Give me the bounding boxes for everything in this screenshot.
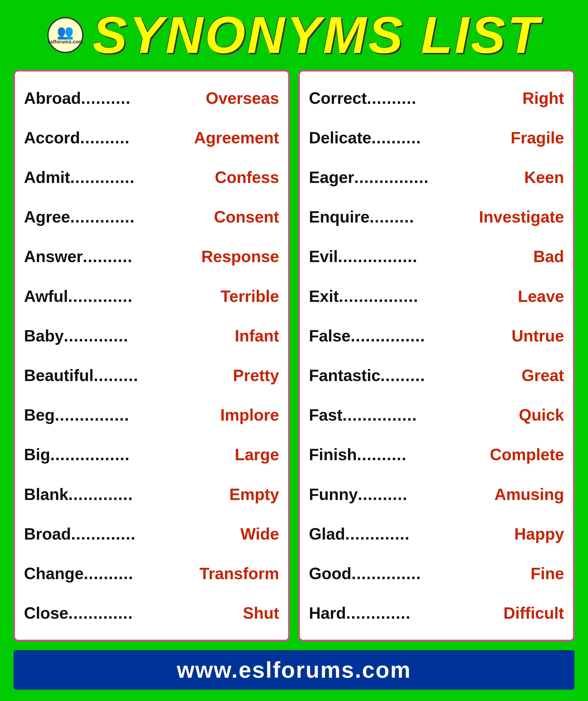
word: Close [24, 604, 68, 622]
list-item: Big ................ Large [24, 443, 279, 466]
list-item: Exit ................ Leave [309, 285, 564, 307]
word: Delicate [309, 129, 371, 147]
dots: .......... [84, 564, 199, 583]
logo-text: eslforums.com [47, 39, 83, 45]
dots: ............. [70, 208, 214, 226]
synonym: Untrue [512, 326, 564, 345]
word: Funny [309, 485, 358, 504]
synonym: Bad [533, 247, 564, 266]
list-item: Finish .......... Complete [309, 443, 564, 466]
list-item: Baby ............. Infant [24, 325, 279, 347]
logo: 👥 eslforums.com [47, 17, 83, 53]
dots: .......... [83, 247, 201, 266]
synonym: Happy [514, 525, 564, 543]
list-item: False ............... Untrue [309, 325, 564, 347]
dots: .......... [81, 89, 206, 107]
main-container: 👥 eslforums.com SYNONYMS LIST Abroad ...… [0, 0, 588, 701]
dots: ............. [68, 485, 229, 504]
synonym: Agreement [194, 129, 279, 147]
dots: .......... [357, 445, 490, 464]
word: Baby [24, 326, 64, 345]
word: Awful [24, 287, 68, 305]
synonym: Confess [215, 168, 279, 187]
word: Exit [309, 287, 339, 305]
dots: ............. [345, 525, 514, 543]
list-item: Delicate .......... Fragile [309, 127, 564, 149]
dots: ............... [342, 406, 519, 424]
word: Hard [309, 604, 346, 622]
list-item: Enquire ......... Investigate [309, 206, 564, 228]
list-item: Awful ............. Terrible [24, 285, 279, 307]
right-column: Correct .......... Right Delicate ......… [299, 70, 574, 641]
list-item: Good .............. Fine [309, 562, 564, 585]
list-item: Broad ............. Wide [24, 523, 279, 545]
list-item: Blank ............. Empty [24, 483, 279, 505]
word: Good [309, 564, 352, 583]
footer-text: www.eslforums.com [177, 657, 411, 682]
dots: ............. [70, 168, 215, 187]
synonym: Wide [240, 525, 279, 543]
synonym: Consent [214, 208, 279, 226]
list-item: Beautiful ......... Pretty [24, 364, 279, 387]
dots: ................ [338, 247, 533, 266]
word: Glad [309, 525, 345, 543]
word: Beg [24, 406, 55, 424]
list-item: Funny .......... Amusing [309, 483, 564, 505]
dots: ................ [50, 445, 235, 464]
word: Change [24, 564, 84, 583]
synonym: Implore [220, 406, 279, 424]
dots: ............. [346, 604, 504, 622]
synonym: Pretty [233, 366, 279, 385]
dots: .......... [358, 485, 495, 504]
dots: .......... [371, 129, 511, 147]
word: Beautiful [24, 366, 93, 385]
list-item: Fantastic ......... Great [309, 364, 564, 387]
synonym: Infant [235, 326, 279, 345]
synonym: Right [523, 89, 564, 107]
header: 👥 eslforums.com SYNONYMS LIST [14, 9, 574, 61]
word: Evil [309, 247, 338, 266]
dots: ......... [370, 208, 479, 226]
word: Agree [24, 208, 70, 226]
left-column: Abroad .......... Overseas Accord ......… [14, 70, 289, 641]
footer: www.eslforums.com [14, 650, 574, 690]
synonym: Difficult [504, 604, 564, 622]
dots: .............. [352, 564, 531, 583]
dots: ............... [354, 168, 524, 187]
synonym: Leave [518, 287, 564, 305]
word: False [309, 326, 351, 345]
synonym: Overseas [206, 89, 279, 107]
word: Eager [309, 168, 354, 187]
dots: ......... [380, 366, 522, 385]
list-item: Answer .......... Response [24, 245, 279, 267]
list-item: Accord .......... Agreement [24, 127, 279, 149]
word: Fantastic [309, 366, 380, 385]
synonym: Quick [519, 406, 564, 424]
dots: ................ [339, 287, 518, 305]
word: Correct [309, 89, 367, 107]
dots: ............... [351, 326, 512, 345]
list-item: Change .......... Transform [24, 562, 279, 585]
dots: ............. [71, 525, 240, 543]
list-item: Evil ................ Bad [309, 245, 564, 267]
word: Accord [24, 129, 80, 147]
word: Big [24, 445, 50, 464]
word: Enquire [309, 208, 370, 226]
list-item: Hard ............. Difficult [309, 602, 564, 624]
synonym: Amusing [495, 485, 564, 504]
list-item: Admit ............. Confess [24, 166, 279, 188]
dots: ............... [55, 406, 220, 424]
list-item: Eager ............... Keen [309, 166, 564, 188]
synonym: Complete [490, 445, 564, 464]
word: Admit [24, 168, 70, 187]
word: Blank [24, 485, 68, 504]
word: Broad [24, 525, 71, 543]
word: Answer [24, 247, 83, 266]
list-item: Beg ............... Implore [24, 404, 279, 426]
synonym: Investigate [479, 208, 564, 226]
list-item: Agree ............. Consent [24, 206, 279, 228]
list-item: Close ............. Shut [24, 602, 279, 624]
list-item: Correct .......... Right [309, 87, 564, 109]
synonym: Transform [199, 564, 279, 583]
dots: ............. [64, 326, 235, 345]
